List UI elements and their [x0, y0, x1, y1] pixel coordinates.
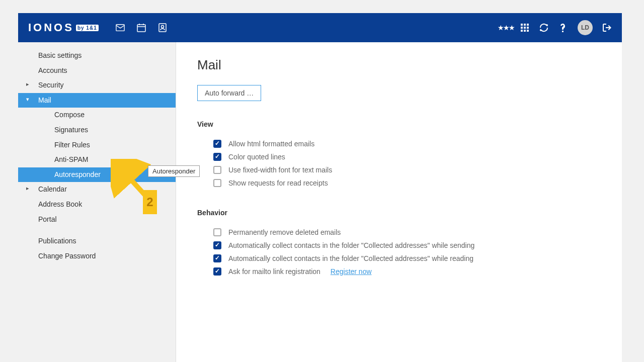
sidebar-item-change-password[interactable]: Change Password [18, 249, 176, 264]
behavior-option: Permanently remove deleted emails [197, 226, 601, 239]
checkbox[interactable] [213, 228, 221, 236]
calendar-icon[interactable] [137, 23, 146, 32]
logo-text: IONOS [28, 21, 74, 34]
sidebar-item-security[interactable]: Security [18, 78, 176, 93]
svg-rect-9 [527, 27, 529, 29]
avatar-initials: LD [581, 24, 589, 31]
apps-grid-icon[interactable] [520, 23, 529, 32]
refresh-icon[interactable] [539, 23, 548, 32]
sidebar-item-address-book[interactable]: Address Book [18, 197, 176, 212]
settings-sidebar: Basic settingsAccountsSecurityMailCompos… [18, 42, 176, 362]
checkbox-label: Color quoted lines [228, 153, 285, 161]
sidebar-item-filter-rules[interactable]: Filter Rules [18, 138, 176, 153]
sidebar-item-basic-settings[interactable]: Basic settings [18, 48, 176, 63]
checkbox[interactable] [213, 267, 221, 276]
view-option: Color quoted lines [197, 150, 601, 163]
logo: IONOS by 1&1 [28, 21, 99, 34]
view-option: Allow html formatted emails [197, 137, 601, 150]
checkbox[interactable] [213, 166, 221, 174]
svg-rect-6 [527, 24, 529, 26]
checkbox[interactable] [213, 241, 221, 249]
sidebar-item-publications[interactable]: Publications [18, 234, 176, 249]
behavior-heading: Behavior [197, 209, 601, 217]
avatar[interactable]: LD [578, 20, 593, 35]
view-heading: View [197, 120, 601, 128]
help-icon[interactable] [558, 23, 568, 32]
checkbox-label: Use fixed-width font for text mails [228, 166, 332, 174]
content-panel: Mail Auto forward … View Allow html form… [176, 42, 622, 362]
sidebar-item-anti-spam[interactable]: Anti-SPAM [18, 152, 176, 167]
sidebar-item-signatures[interactable]: Signatures [18, 123, 176, 138]
checkbox-label: Ask for mailto link registration [228, 267, 320, 276]
checkbox[interactable] [213, 140, 221, 148]
checkbox[interactable] [213, 153, 221, 161]
checkbox[interactable] [213, 254, 221, 262]
svg-point-3 [161, 26, 164, 28]
app-header: IONOS by 1&1 ★★★ [18, 13, 622, 42]
register-now-link[interactable]: Register now [331, 267, 372, 276]
logo-sub: by 1&1 [76, 25, 99, 31]
sidebar-item-calendar[interactable]: Calendar [18, 182, 176, 197]
checkbox-label: Automatically collect contacts in the fo… [228, 241, 474, 249]
behavior-option: Automatically collect contacts in the fo… [197, 252, 601, 265]
sidebar-item-portal[interactable]: Portal [18, 212, 176, 227]
svg-rect-1 [137, 25, 145, 32]
svg-rect-0 [116, 25, 124, 31]
sidebar-item-accounts[interactable]: Accounts [18, 63, 176, 78]
checkbox-label: Show requests for read receipts [228, 179, 328, 187]
sidebar-item-autoresponder[interactable]: Autoresponder [18, 167, 176, 183]
checkbox[interactable] [213, 179, 221, 187]
view-option: Use fixed-width font for text mails [197, 163, 601, 176]
behavior-option: Ask for mailto link registrationRegister… [197, 265, 601, 278]
behavior-option: Automatically collect contacts in the fo… [197, 239, 601, 252]
svg-rect-5 [524, 24, 526, 26]
logout-icon[interactable] [603, 23, 612, 32]
mail-icon[interactable] [116, 23, 125, 32]
checkbox-label: Permanently remove deleted emails [228, 228, 341, 236]
page-title: Mail [197, 57, 601, 73]
view-option: Show requests for read receipts [197, 176, 601, 190]
contacts-icon[interactable] [158, 23, 167, 32]
auto-forward-button[interactable]: Auto forward … [197, 85, 261, 101]
sidebar-item-compose[interactable]: Compose [18, 108, 176, 123]
star-rating-icon[interactable]: ★★★ [501, 23, 510, 32]
svg-rect-8 [524, 27, 526, 29]
svg-rect-11 [524, 30, 526, 32]
checkbox-label: Allow html formatted emails [228, 140, 314, 148]
checkbox-label: Automatically collect contacts in the fo… [228, 254, 473, 262]
svg-rect-12 [527, 30, 529, 32]
svg-rect-4 [521, 24, 523, 26]
svg-rect-10 [521, 30, 523, 32]
sidebar-item-mail[interactable]: Mail [18, 93, 176, 108]
svg-rect-7 [521, 27, 523, 29]
